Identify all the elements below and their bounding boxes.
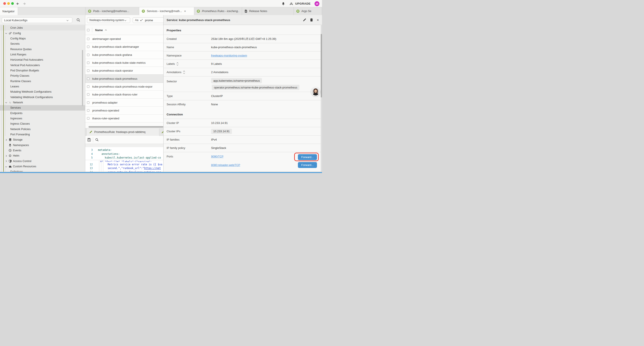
sidebar-item-config[interactable]: Config [0,30,85,36]
detail-scrollbar-track[interactable] [321,25,322,172]
maximize-window-button[interactable] [11,2,14,5]
sidebar-item-priority-classes[interactable]: Priority Classes [0,73,85,78]
table-row[interactable]: prometheus-operated [85,107,163,114]
port-link-8080-reloader[interactable]: 8080:reloader-web/TCP [211,164,240,167]
search-value: prome [145,19,153,22]
sidebar-item-vertical-pod-autoscalers[interactable]: Vertical Pod Autoscalers [0,62,85,68]
close-window-button[interactable] [3,2,6,5]
tab-argo[interactable]: Argo Se [294,7,322,15]
tab-release-notes[interactable]: Release Notes [242,7,294,15]
namespace-selector[interactable]: freeleaps-monitoring-system [87,17,130,23]
table-row[interactable]: alertmanager-operated [85,35,163,43]
horizontal-scrollbar[interactable] [88,126,163,128]
sidebar-item-validating-webhook-configurations[interactable]: Validating Webhook Configurations [0,94,85,100]
sidebar-scrollbar[interactable] [82,50,83,106]
sidebar-item-access-control[interactable]: Access Control [0,159,85,164]
table-row[interactable]: kube-prometheus-stack-kube-state-metrics [85,59,163,67]
navigator-sidebar: Local Kubeconfigs Cron Jobs Config Confi… [0,15,85,172]
delete-trash-icon[interactable] [310,18,313,22]
sidebar-item-pod-disruption-budgets[interactable]: Pod Disruption Budgets [0,68,85,73]
minimize-window-button[interactable] [7,2,10,5]
row-checkbox[interactable] [87,77,90,80]
sidebar-item-events[interactable]: Events [0,148,85,153]
row-checkbox[interactable] [87,109,90,112]
row-checkbox[interactable] [87,61,90,64]
row-checkbox[interactable] [87,93,90,96]
sidebar-item-storage[interactable]: Storage [0,137,85,142]
chevron-down-icon [124,19,127,21]
sidebar-item-custom-resources[interactable]: Custom Resources [0,164,85,169]
partially-scrolled-line: 0","for":"1m","labels":{"service": [85,160,163,162]
table-row[interactable]: thanos-ruler-operated [85,114,163,122]
tab-pods[interactable]: Pods - icecheng@mathmas... [85,7,139,15]
sidebar-item-port-forwarding[interactable]: Port Forwarding [0,132,85,137]
sidebar-item-endpoints[interactable]: Endpoints [0,111,85,116]
sidebar-item-cron-jobs[interactable]: Cron Jobs [0,25,85,30]
sidebar-item-leases[interactable]: Leases [0,84,85,89]
name-column-header[interactable]: Name [95,28,103,32]
sidebar-item-resource-quotas[interactable]: Resource Quotas [0,46,85,52]
notification-badge[interactable]: 15 [314,1,319,6]
port-link-9090[interactable]: 9090/TCP [211,155,223,158]
editor-tab-prometheusrule[interactable]: PrometheusRule: freeleaps-prod-rabbitmq [86,128,159,136]
sidebar-item-config-maps[interactable]: Config Maps [0,36,85,41]
sidebar-item-services[interactable]: Services [0,105,85,110]
kubeconfig-selector[interactable]: Local Kubeconfigs [2,17,72,23]
table-row[interactable]: kube-prometheus-stack-prometheus-node-ex… [85,83,163,91]
close-panel-icon[interactable]: × [317,18,319,22]
table-row[interactable]: kube-prometheus-stack-thanos-ruler [85,91,163,98]
sidebar-item-mutating-webhook-configurations[interactable]: Mutating Webhook Configurations [0,89,85,94]
row-checkbox[interactable] [87,85,90,88]
sidebar-item-horizontal-pod-autoscalers[interactable]: Horizontal Pod Autoscalers [0,57,85,62]
tab-label: Release Notes [249,10,267,13]
namespace-link[interactable]: freeleaps-monitoring-system [211,54,247,57]
upgrade-button[interactable]: UPGRADE [289,2,310,6]
row-checkbox[interactable] [87,69,90,72]
expand-collapse-icon[interactable] [183,71,185,74]
table-row[interactable]: kube-prometheus-stack-operator [85,67,163,75]
save-icon[interactable] [87,138,91,142]
sidebar-item-helm[interactable]: Helm [0,153,85,158]
search-icon[interactable] [76,18,81,22]
search-icon[interactable] [95,138,99,142]
sidebar-item-namespaces[interactable]: Namespaces [0,143,85,148]
table-header[interactable]: Name [85,25,163,35]
detail-scrollbar-thumb[interactable] [321,34,322,97]
row-checkbox[interactable] [87,117,90,120]
sidebar-item-ingresses[interactable]: Ingresses [0,116,85,121]
yaml-editor[interactable]: 3metadata: 4annotations: 5kubectl.kubern… [85,147,163,172]
regex-toggle[interactable]: * [140,19,143,22]
row-checkbox[interactable] [87,54,90,56]
table-row[interactable]: kube-prometheus-stack-grafana [85,51,163,59]
sidebar-item-secrets[interactable]: Secrets [0,41,85,46]
editor-tab-next[interactable] [160,128,163,136]
expand-collapse-icon[interactable] [176,62,178,65]
close-tab-icon[interactable]: × [184,10,186,13]
sidebar-item-limit-ranges[interactable]: Limit Ranges [0,52,85,57]
sidebar-item-runtime-classes[interactable]: Runtime Classes [0,78,85,84]
row-checkbox[interactable] [87,101,90,104]
runbook-url-link[interactable]: https://net [144,167,161,170]
select-all-checkbox[interactable] [87,29,90,31]
row-checkbox[interactable] [87,45,90,48]
tab-navigator[interactable]: Navigator [0,7,18,15]
edit-pencil-icon[interactable] [303,18,306,22]
table-row[interactable]: kube-prometheus-stack-alertmanager [85,43,163,51]
row-checkbox[interactable] [87,38,90,40]
forward-arrow-icon[interactable] [22,1,26,6]
sidebar-item-network[interactable]: ↑↓ Network [0,100,85,105]
sidebar-item-ingress-classes[interactable]: Ingress Classes [0,121,85,126]
avatar[interactable] [311,87,320,96]
match-case-toggle[interactable]: Aa [135,19,138,22]
tab-prometheus-rules[interactable]: Prometheus Rules - icecheng... [194,7,242,15]
table-row[interactable]: prometheus-adapter [85,98,163,106]
forward-port-button[interactable]: Forward... [298,162,317,168]
tab-services[interactable]: Services - icecheng@math... × [139,7,194,15]
ip-family-policy-row: IP family policy SingleStack [164,144,322,152]
sidebar-item-network-policies[interactable]: Network Policies [0,127,85,132]
table-row-selected[interactable]: kube-prometheus-stack-prometheus [85,75,163,82]
search-input[interactable]: Aa * prome [132,17,163,23]
back-arrow-icon[interactable] [16,1,20,6]
bell-icon[interactable] [282,2,285,6]
sidebar-item-label: Network [13,101,23,104]
